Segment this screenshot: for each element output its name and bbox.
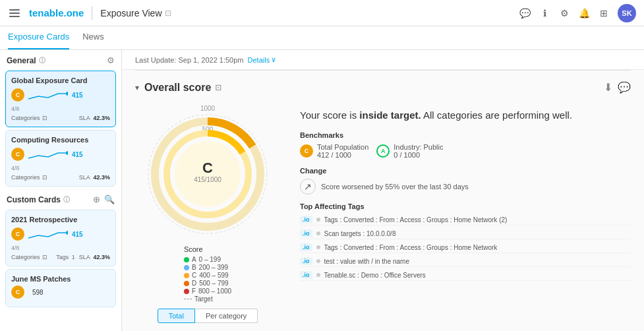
benchmark-industry: A Industry: Public 0 / 1000 [376,143,443,159]
computing-resources-card[interactable]: Computing Resources C 415 4/6 Categories… [5,130,116,187]
categories-icon: ⊡ [42,174,47,181]
legend-row-b: B 200 – 399 [184,264,231,271]
score-info: Your score is inside target. All categor… [300,102,631,284]
sparkline [28,226,68,242]
gauge-svg: 1000 500 C [138,102,277,240]
tab-news[interactable]: News [82,26,104,49]
per-category-button[interactable]: Per category [195,309,258,323]
card-title: Computing Resources [11,136,110,144]
gauge-buttons: Total Per category [158,309,258,323]
score-section-header: ▾ Overall score ⊡ ⬇ 💬 [135,81,631,94]
general-section-title: General ⓘ [7,56,45,65]
change-title: Change [300,167,631,175]
section-title: Overall score ⊡ [144,82,221,94]
tag-row-4: .io Tenable.sc : Demo : Office Servers [300,270,631,281]
search-card-icon[interactable]: 🔍 [104,195,115,204]
card-footer: Categories ⊡ SLA 42.3% [11,173,110,181]
change-trend-icon: ↗ [300,179,316,195]
card-score-partial: 598 [32,289,44,296]
tag-dot [316,231,320,235]
card-footer: Categories ⊡ Tags 1 SLA 42.3% [11,253,110,260]
card-prev-score: 4/6 [11,105,110,112]
legend-dot-c [184,273,189,278]
categories-icon: ⊡ [42,254,47,260]
affecting-tags-title: Top Affecting Tags [300,202,631,210]
general-settings-icon[interactable]: ⚙ [107,55,115,65]
total-button[interactable]: Total [158,309,195,323]
section-title-icon: ⊡ [215,83,221,92]
benchmarks-row: C Total Population 412 / 1000 A Industry… [300,143,631,159]
hamburger-menu[interactable] [8,8,21,18]
tag-dot [316,259,320,263]
gauge-container: 1000 500 C [135,102,280,323]
top-nav: tenable.one Exposure View ⊡ 💬 ℹ ⚙ 🔔 ⊞ SK [0,0,644,26]
benchmark-grade-c: C [300,144,313,158]
tab-bar: Exposure Cards News [0,26,644,50]
section-header-actions: ⬇ 💬 [604,81,631,94]
benchmarks-title: Benchmarks [300,131,631,139]
gear-icon[interactable]: ⚙ [558,7,570,19]
card-prev-score: 4/6 [11,165,110,171]
card-score-row: C 598 [11,286,110,299]
score-legend: Score A 0 – 199 B 200 – 399 [184,245,231,303]
legend-row-c: C 400 – 599 [184,272,231,279]
legend-dot-a [184,257,189,262]
chevron-down-icon: ∨ [271,55,276,64]
custom-info-icon: ⓘ [63,195,70,204]
tag-badge: .io [300,243,312,251]
content-header: Last Update: Sep 1, 2022 1:50pm Details … [122,50,644,70]
avatar[interactable]: SK [618,4,636,22]
collapse-icon[interactable]: ▾ [135,83,139,92]
chat-icon[interactable]: 💬 [519,7,531,19]
tag-row-3: .io test : value with / in the name [300,256,631,267]
tag-row-2: .io Tags : Converted : From : Access : G… [300,242,631,253]
sparkline [28,146,68,162]
card-title: 2021 Retrospective [11,216,110,224]
tag-badge: .io [300,257,312,265]
bell-icon[interactable]: 🔔 [578,7,590,19]
june-patches-card[interactable]: June MS Patches C 598 [5,269,116,307]
tab-exposure-cards[interactable]: Exposure Cards [8,26,69,49]
tag-row-1: .io Scan targets : 10.0.0.0/8 [300,228,631,239]
download-icon[interactable]: ⬇ [604,81,612,94]
legend-row-a: A 0 – 199 [184,256,231,263]
sla-value: 42.3% [93,174,110,181]
comment-icon[interactable]: 💬 [618,81,631,94]
custom-section-actions: ⊕ 🔍 [93,195,115,204]
general-section-header: General ⓘ ⚙ [0,50,121,68]
legend-row-f: F 800 – 1000 [184,287,231,295]
card-grade: C [11,227,24,241]
card-title: June MS Patches [11,275,110,283]
card-title: Global Exposure Card [11,76,110,84]
change-row: ↗ Score worsened by 55% over the last 30… [300,179,631,195]
page-title: Exposure View ⊡ [100,8,171,18]
retrospective-card[interactable]: 2021 Retrospective C 415 4/6 Categories … [5,210,116,266]
content-area: Last Update: Sep 1, 2022 1:50pm Details … [122,50,644,331]
tag-dot [316,273,320,277]
card-footer: Categories ⊡ SLA 42.3% [11,114,110,121]
card-score-value: 415 [72,92,83,99]
svg-text:415/1000: 415/1000 [194,176,221,183]
info-icon[interactable]: ℹ [539,7,550,19]
legend-dashed [184,299,192,299]
categories-icon: ⊡ [42,115,47,121]
tag-badge: .io [300,271,312,279]
legend-dot-b [184,265,189,270]
benchmark-grade-a: A [376,144,390,158]
sidebar: General ⓘ ⚙ Global Exposure Card C 415 4… [0,50,122,331]
grid-icon[interactable]: ⊞ [598,7,610,19]
svg-text:C: C [202,160,213,176]
global-exposure-card[interactable]: Global Exposure Card C 415 4/6 Categorie… [5,71,116,127]
score-message: Your score is inside target. All categor… [300,108,631,122]
card-grade: C [11,148,24,161]
custom-section-title: Custom Cards ⓘ [7,195,70,204]
details-link[interactable]: Details ∨ [248,55,277,64]
card-grade: C [11,286,24,299]
svg-text:1000: 1000 [200,105,216,112]
add-card-icon[interactable]: ⊕ [93,195,100,204]
svg-point-0 [66,92,68,96]
card-score-row: C 415 [11,87,110,103]
custom-section-header: Custom Cards ⓘ ⊕ 🔍 [0,189,121,207]
top-nav-right: 💬 ℹ ⚙ 🔔 ⊞ SK [519,4,636,22]
logo-text: tenable.one [29,7,84,18]
